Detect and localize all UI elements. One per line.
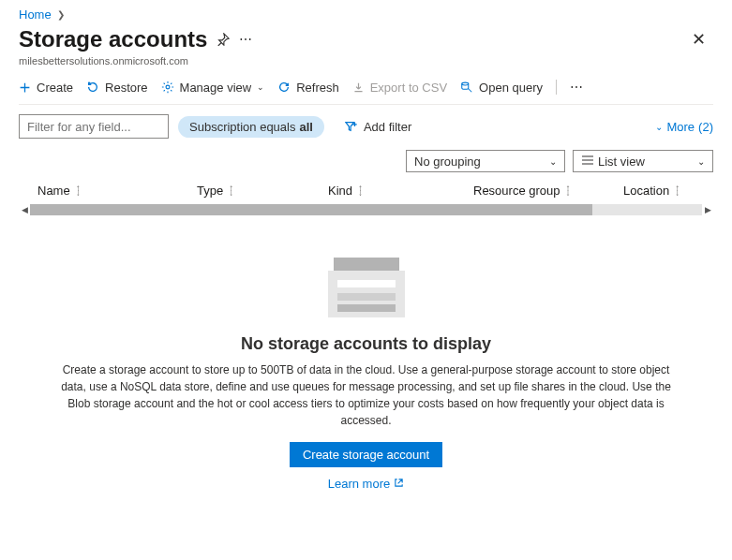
sort-icon: ↑↓ [675,184,680,197]
filter-bar: Subscription equals all Add filter ⌄ Mor… [19,114,713,139]
subscription-filter-pill[interactable]: Subscription equals all [178,116,324,138]
list-view-icon [581,155,594,169]
chevron-down-icon: ⌄ [655,122,663,132]
column-kind-label: Kind [328,184,352,198]
empty-body: Create a storage account to store up to … [56,361,676,429]
svg-point-1 [462,82,469,85]
learn-more-link[interactable]: Learn more [328,477,404,491]
scroll-left-icon[interactable]: ◀ [19,205,30,214]
empty-heading: No storage accounts to display [241,334,491,354]
export-csv-button: Export to CSV [352,81,447,95]
svg-rect-2 [334,258,399,271]
refresh-label: Refresh [296,81,339,95]
toolbar-overflow-icon[interactable]: ⋯ [570,80,583,95]
restore-button[interactable]: Restore [86,81,148,95]
scroll-thumb[interactable] [30,204,592,215]
create-button[interactable]: Create [19,81,73,95]
learn-more-label: Learn more [328,477,390,491]
open-query-label: Open query [479,81,543,95]
create-label: Create [37,81,73,95]
filter-plus-icon [345,120,358,133]
pin-icon[interactable] [217,33,230,46]
column-type[interactable]: Type ↑↓ [197,184,328,198]
chevron-down-icon: ⌄ [549,156,557,167]
sort-icon: ↑↓ [76,184,81,197]
column-resource-group[interactable]: Resource group ↑↓ [473,184,623,198]
create-storage-account-button[interactable]: Create storage account [290,442,442,467]
svg-point-0 [166,85,170,89]
refresh-button[interactable]: Refresh [277,81,339,95]
column-type-label: Type [197,184,223,198]
manage-view-button[interactable]: Manage view ⌄ [161,81,265,95]
page-title: Storage accounts [19,26,207,52]
toolbar: Create Restore Manage view ⌄ Refresh Exp… [19,80,713,105]
sort-icon: ↑↓ [358,184,363,197]
view-mode-value: List view [598,155,645,169]
grouping-select[interactable]: No grouping ⌄ [406,150,565,172]
tenant-label: milesbettersolutions.onmicrosoft.com [19,55,713,66]
svg-rect-6 [337,304,396,312]
column-kind[interactable]: Kind ↑↓ [328,184,473,198]
table-header: Name ↑↓ Type ↑↓ Kind ↑↓ Resource group ↑… [19,184,713,203]
export-csv-label: Export to CSV [370,81,447,95]
horizontal-scrollbar[interactable]: ◀ ▶ [19,203,713,216]
more-label: More [666,120,695,134]
column-name-label: Name [37,184,70,198]
column-location[interactable]: Location ↑↓ [623,184,708,198]
column-name[interactable]: Name ↑↓ [19,184,197,198]
grouping-value: No grouping [414,155,481,169]
close-icon[interactable]: ✕ [684,25,713,53]
restore-icon [86,81,99,94]
more-count: (2) [698,120,713,134]
external-link-icon [394,477,404,491]
filter-input[interactable] [19,114,169,139]
breadcrumb: Home ❯ [19,7,713,22]
query-icon [460,81,473,94]
sort-icon: ↑↓ [229,184,233,197]
scroll-track[interactable] [30,204,702,215]
chevron-down-icon: ⌄ [697,156,705,167]
more-filters-link[interactable]: ⌄ More (2) [655,120,713,134]
chevron-down-icon: ⌄ [257,82,264,92]
add-filter-button[interactable]: Add filter [334,116,423,138]
download-icon [352,81,365,94]
toolbar-separator [556,80,557,95]
view-controls: No grouping ⌄ List view ⌄ [19,150,713,172]
sort-icon: ↑↓ [566,184,571,197]
gear-icon [161,81,174,94]
breadcrumb-home[interactable]: Home [19,7,52,22]
empty-state: No storage accounts to display Create a … [19,254,713,491]
view-mode-select[interactable]: List view ⌄ [573,150,713,172]
subscription-pill-prefix: Subscription equals [189,120,295,134]
restore-label: Restore [105,81,148,95]
plus-icon [19,81,31,94]
more-menu-icon[interactable]: ⋯ [239,32,252,47]
open-query-button[interactable]: Open query [460,81,543,95]
column-rg-label: Resource group [473,184,560,198]
manage-view-label: Manage view [180,81,252,95]
column-location-label: Location [623,184,669,198]
empty-illustration-icon [324,254,409,321]
subscription-pill-value: all [299,120,312,134]
refresh-icon [277,81,291,94]
add-filter-label: Add filter [364,120,411,134]
chevron-right-icon: ❯ [57,9,65,20]
svg-rect-4 [337,280,396,287]
svg-rect-5 [337,293,396,301]
scroll-right-icon[interactable]: ▶ [702,205,713,214]
